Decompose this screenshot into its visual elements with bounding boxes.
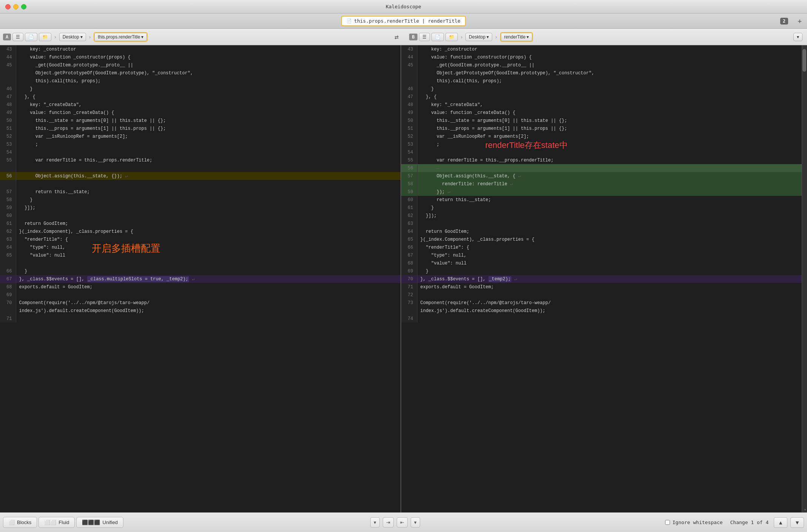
table-row: 47 }, { bbox=[0, 93, 400, 101]
prev-change-button[interactable]: ▲ bbox=[774, 517, 787, 528]
table-row: 71exports.default = GoodItem; bbox=[401, 283, 802, 291]
nav-file-a[interactable]: this.props.renderTitle ▾ bbox=[94, 33, 147, 41]
nav-desktop-b[interactable]: Desktop ▾ bbox=[465, 33, 492, 41]
fluid-button[interactable]: ⬜⬜ Fluid bbox=[39, 517, 75, 528]
bottom-bar: ⬜ Blocks ⬜⬜ Fluid ⬛⬛⬛ Unified ▾ ⇥ ⇤ ▾ Ig… bbox=[0, 512, 807, 532]
table-row: 56 ↵ bbox=[401, 164, 802, 172]
scroll-next-btn[interactable]: ⇥ bbox=[383, 517, 394, 527]
fluid-label: Fluid bbox=[59, 520, 69, 525]
table-row: 63 "renderTitle": { bbox=[0, 235, 400, 243]
table-row: 50 this.__state = arguments[0] || this.s… bbox=[0, 117, 400, 125]
swap-icon[interactable]: ⇄ bbox=[395, 33, 399, 41]
table-row: 68exports.default = GoodItem; bbox=[0, 283, 400, 291]
table-row bbox=[0, 180, 400, 188]
table-row: 59 }]); bbox=[0, 204, 400, 212]
nav-desktop-a[interactable]: Desktop ▾ bbox=[59, 33, 86, 41]
scroll-down-arrow[interactable]: ▾ bbox=[804, 507, 806, 512]
table-row: 67}, _class.$$events = [], _class.multip… bbox=[0, 275, 400, 283]
table-row: 55 var renderTitle = this.__props.render… bbox=[401, 156, 802, 164]
add-tab-button[interactable]: + bbox=[798, 17, 802, 25]
nav-file-b[interactable]: renderTitle ▾ bbox=[501, 33, 533, 41]
tab-bar: 📄 this.props.renderTitle | renderTitle 2… bbox=[0, 14, 807, 29]
table-row: 56 Object.assign(this.__state, {}); ↵ bbox=[0, 172, 400, 180]
traffic-lights bbox=[5, 4, 26, 9]
table-row: 52 var __isRunloopRef = arguments[2]; bbox=[0, 132, 400, 140]
table-row: 59 }); ↵ bbox=[401, 188, 802, 196]
minimize-button[interactable] bbox=[13, 4, 18, 9]
nav-side-a: A ☰ 📄 📁 › Desktop ▾ › this.props.renderT… bbox=[0, 32, 387, 42]
nav-browse-b2[interactable]: 📄 bbox=[431, 33, 444, 41]
table-row: 64 "type": null, 开启多插槽配置 bbox=[0, 243, 400, 251]
right-code-table: 43 key: _constructor 44 value: function … bbox=[401, 45, 802, 323]
table-row: 70}, _class.$$events = [], _temp2); ↵ bbox=[401, 275, 802, 283]
nav-browse-a1[interactable]: ☰ bbox=[12, 33, 23, 41]
side-b-label: B bbox=[409, 34, 417, 40]
left-code-table: 43 key: _constructor 44 value: function … bbox=[0, 45, 400, 323]
unified-label: Unified bbox=[102, 520, 117, 525]
left-code-pane: 43 key: _constructor 44 value: function … bbox=[0, 45, 400, 512]
nav-browse-a2[interactable]: 📄 bbox=[25, 33, 37, 41]
table-row: 61 } bbox=[401, 204, 802, 212]
scroll-down-btn[interactable]: ▾ bbox=[370, 517, 380, 527]
table-row: 65}(_index.Component), _class.properties… bbox=[401, 235, 802, 243]
table-row: 46 } bbox=[401, 85, 802, 93]
table-row: 44 value: function _constructor(props) { bbox=[0, 53, 400, 61]
table-row: 66 "renderTitle": { bbox=[401, 243, 802, 251]
table-row: 57 Object.assign(this.__state, { ↵ bbox=[401, 172, 802, 180]
table-row: this).call(this, props); bbox=[0, 77, 400, 85]
nav-sep-b2: › bbox=[494, 34, 497, 40]
table-row: 45 _get(GoodItem.prototype.__proto__ || bbox=[401, 61, 802, 69]
table-row: 61 return GoodItem; bbox=[0, 220, 400, 228]
nav-sep-a1: › bbox=[54, 34, 57, 40]
table-row: 43 key: _constructor bbox=[0, 45, 400, 53]
table-row: 49 value: function _createData() { bbox=[401, 109, 802, 117]
table-row bbox=[0, 259, 400, 267]
table-row: 55 var renderTitle = this.__props.render… bbox=[0, 156, 400, 164]
table-row: 53 ; bbox=[0, 140, 400, 148]
table-row: 68 "value": null bbox=[401, 259, 802, 267]
right-scrollbar[interactable]: ▾ bbox=[802, 45, 807, 512]
unified-button[interactable]: ⬛⬛⬛ Unified bbox=[76, 517, 123, 528]
maximize-button[interactable] bbox=[21, 4, 26, 9]
ignore-whitespace-checkbox[interactable] bbox=[665, 520, 670, 525]
close-button[interactable] bbox=[5, 4, 11, 9]
table-row: 63 bbox=[401, 220, 802, 228]
active-tab[interactable]: 📄 this.props.renderTitle | renderTitle bbox=[341, 16, 466, 26]
table-row: 49 value: function _createData() { bbox=[0, 109, 400, 117]
table-row: 64 return GoodItem; bbox=[401, 228, 802, 235]
unified-icon: ⬛⬛⬛ bbox=[82, 520, 100, 525]
table-row: 54 bbox=[401, 148, 802, 156]
nav-browse-a3[interactable]: 📁 bbox=[39, 33, 51, 41]
file-icon: 📄 bbox=[347, 18, 352, 23]
nav-file-a-wrapper: this.props.renderTitle ▾ bbox=[94, 32, 148, 42]
nav-browse-b3[interactable]: 📁 bbox=[445, 33, 458, 41]
scrollbar-thumb[interactable] bbox=[802, 49, 806, 72]
table-row: 46 } bbox=[0, 85, 400, 93]
right-code-scroll[interactable]: 43 key: _constructor 44 value: function … bbox=[401, 45, 802, 512]
table-row: index.js').default.createComponent(GoodI… bbox=[401, 307, 802, 315]
nav-sep-a2: › bbox=[88, 34, 91, 40]
table-row: 45 _get(GoodItem.prototype.__proto__ || bbox=[0, 61, 400, 69]
bottom-center-controls: ▾ ⇥ ⇤ ▾ bbox=[370, 517, 420, 527]
blocks-button[interactable]: ⬜ Blocks bbox=[3, 517, 37, 528]
table-row: 58 } bbox=[0, 196, 400, 204]
nav-down-arrow[interactable]: ▾ bbox=[793, 33, 802, 41]
ignore-whitespace-label: Ignore whitespace bbox=[672, 520, 722, 525]
nav-browse-b1[interactable]: ☰ bbox=[419, 33, 430, 41]
table-row: 69 bbox=[0, 291, 400, 299]
table-row: 52 var __isRunloopRef = arguments[2]; bbox=[401, 132, 802, 140]
table-row: 70Component(require('../../npm/@tarojs/t… bbox=[0, 299, 400, 307]
scroll-up-btn[interactable]: ▾ bbox=[411, 517, 420, 527]
fluid-icon: ⬜⬜ bbox=[44, 520, 56, 525]
table-row: 66 } bbox=[0, 267, 400, 275]
left-code-scroll[interactable]: 43 key: _constructor 44 value: function … bbox=[0, 45, 400, 512]
title-bar: Kaleidoscope bbox=[0, 0, 807, 14]
blocks-icon: ⬜ bbox=[9, 520, 15, 525]
next-change-button[interactable]: ▼ bbox=[790, 517, 804, 528]
side-a-label: A bbox=[3, 34, 11, 40]
tab-title-text: this.props.renderTitle | renderTitle bbox=[354, 18, 460, 24]
scroll-prev-btn[interactable]: ⇤ bbox=[397, 517, 408, 527]
table-row: 51 this.__props = arguments[1] || this.p… bbox=[401, 125, 802, 132]
blocks-label: Blocks bbox=[17, 520, 31, 525]
table-row: 60 return this.__state; bbox=[401, 196, 802, 204]
